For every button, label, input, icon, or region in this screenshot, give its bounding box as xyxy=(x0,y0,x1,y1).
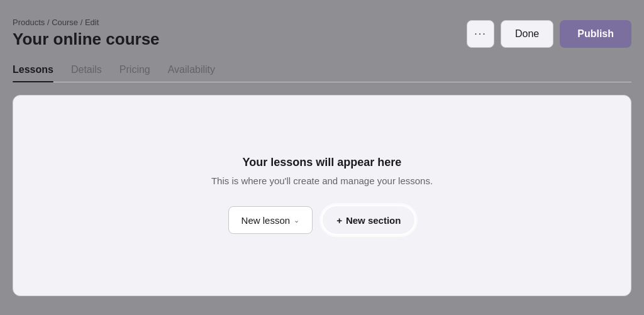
tab-details[interactable]: Details xyxy=(71,64,102,82)
header-row: Products / Course / Edit Your online cou… xyxy=(13,18,631,49)
breadcrumb-edit[interactable]: Edit xyxy=(85,18,99,27)
plus-icon: + xyxy=(336,215,342,226)
new-section-label: New section xyxy=(346,215,401,226)
new-lesson-label: New lesson xyxy=(242,215,291,226)
new-lesson-button[interactable]: New lesson ⌄ xyxy=(228,206,313,234)
title-section: Products / Course / Edit Your online cou… xyxy=(13,18,160,49)
chevron-down-icon: ⌄ xyxy=(294,216,299,224)
publish-button[interactable]: Publish xyxy=(560,20,631,48)
empty-state-subtitle: This is where you'll create and manage y… xyxy=(211,175,433,186)
new-section-button[interactable]: + New section xyxy=(321,205,416,235)
tab-pricing[interactable]: Pricing xyxy=(119,64,150,82)
header-actions: ··· Done Publish xyxy=(467,20,631,48)
more-options-button[interactable]: ··· xyxy=(467,20,494,48)
breadcrumb-course[interactable]: Course xyxy=(52,18,78,27)
breadcrumb-sep2: / xyxy=(80,18,85,27)
breadcrumb-products[interactable]: Products xyxy=(13,18,45,27)
tab-lessons[interactable]: Lessons xyxy=(13,64,53,82)
tab-availability[interactable]: Availability xyxy=(168,64,215,82)
empty-state-title: Your lessons will appear here xyxy=(243,156,402,169)
breadcrumb: Products / Course / Edit xyxy=(13,18,160,27)
page-container: Products / Course / Edit Your online cou… xyxy=(0,0,644,315)
page-title: Your online course xyxy=(13,30,160,49)
content-area: Your lessons will appear here This is wh… xyxy=(13,95,631,296)
tabs-row: Lessons Details Pricing Availability xyxy=(13,64,631,82)
done-button[interactable]: Done xyxy=(501,20,553,48)
empty-state: Your lessons will appear here This is wh… xyxy=(211,156,433,235)
actions-row: New lesson ⌄ + New section xyxy=(228,205,416,235)
